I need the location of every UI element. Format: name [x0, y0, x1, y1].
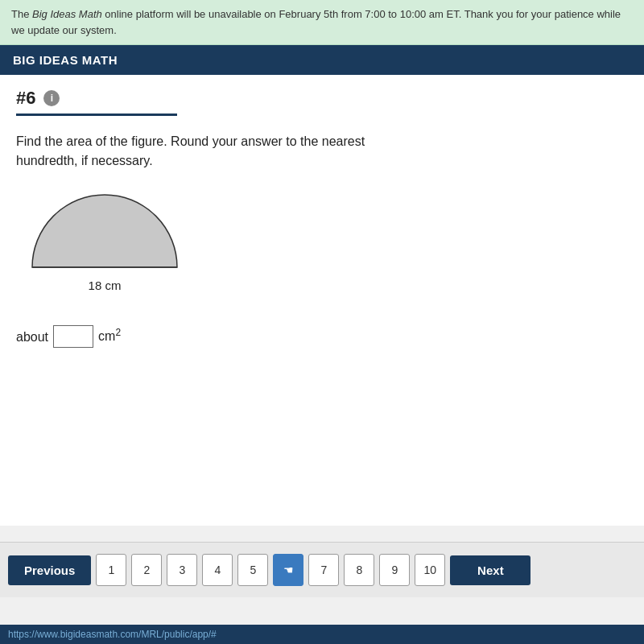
question-header: #6 i [16, 88, 177, 116]
page-btn-1[interactable]: 1 [96, 554, 126, 586]
page-btn-2[interactable]: 2 [131, 554, 162, 586]
info-icon-button[interactable]: i [43, 90, 60, 106]
semicircle-svg [24, 187, 185, 275]
figure-area: 18 cm [24, 187, 628, 293]
url-display: https://www.bigideasmath.com/MRL/public/… [8, 629, 217, 640]
answer-prefix: about [16, 330, 48, 345]
hand-icon: ☚ [283, 564, 294, 576]
page-btn-4[interactable]: 4 [202, 554, 233, 586]
semicircle-figure: 18 cm [24, 187, 185, 292]
problem-line2: hundredth, if necessary. [16, 151, 628, 171]
previous-button[interactable]: Previous [8, 555, 91, 585]
page-btn-7[interactable]: 7 [308, 554, 339, 586]
answer-input[interactable] [53, 325, 93, 348]
page-btn-6[interactable]: ☚ [273, 554, 303, 586]
next-button[interactable]: Next [450, 555, 530, 585]
question-number: #6 [16, 88, 35, 109]
page-btn-3[interactable]: 3 [167, 554, 197, 586]
answer-unit: cm2 [98, 327, 121, 344]
page-btn-5[interactable]: 5 [237, 554, 268, 586]
navigation-bar: Previous 1 2 3 4 5 ☚ 7 8 9 10 Next [0, 542, 644, 597]
notification-banner: The Big Ideas Math online platform will … [0, 0, 644, 45]
problem-line1: Find the area of the figure. Round your … [16, 132, 628, 151]
status-bar: https://www.bigideasmath.com/MRL/public/… [0, 625, 644, 644]
page-btn-10[interactable]: 10 [415, 554, 445, 586]
answer-row: about cm2 [16, 325, 628, 348]
main-content: #6 i Find the area of the figure. Round … [0, 75, 644, 526]
banner-text: The Big Ideas Math online platform will … [11, 8, 621, 36]
page-btn-8[interactable]: 8 [344, 554, 374, 586]
site-header: BIG IDEAS MATH [0, 45, 644, 75]
page-btn-9[interactable]: 9 [379, 554, 410, 586]
problem-text: Find the area of the figure. Round your … [16, 132, 628, 171]
site-title: BIG IDEAS MATH [13, 53, 118, 67]
dimension-label: 18 cm [24, 279, 185, 292]
